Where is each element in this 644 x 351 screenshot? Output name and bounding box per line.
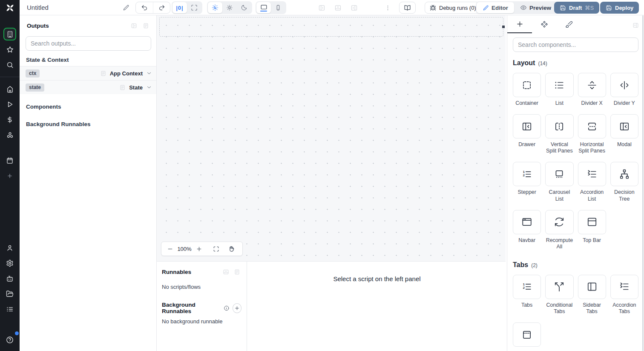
sidebar-item-workers[interactable]: [0, 271, 20, 286]
more-menu-button[interactable]: [382, 2, 394, 14]
tab-component-settings[interactable]: [532, 15, 557, 33]
zoom-reset-button[interactable]: |0|: [172, 2, 187, 13]
component-card-divider-x[interactable]: Divider X: [578, 73, 606, 106]
sidebar-item-help[interactable]: [0, 332, 20, 348]
component-card-decision-tree[interactable]: Decision Tree: [610, 162, 638, 202]
editor-label: Editor: [492, 5, 508, 11]
tab-insert-component[interactable]: [507, 15, 532, 33]
windmill-logo-icon: [6, 4, 13, 11]
sidebar-item-runs[interactable]: [0, 97, 20, 112]
sidebar-item-favorites[interactable]: [0, 42, 20, 57]
divider-x-icon: [588, 81, 595, 89]
toggle-right-panel-button[interactable]: [348, 2, 360, 14]
toggle-left-panel-button[interactable]: [316, 2, 328, 14]
component-card-top-bar[interactable]: Top Bar: [578, 210, 606, 250]
sidebar-item-app-builder[interactable]: [0, 26, 20, 42]
app-canvas[interactable]: 100%: [157, 15, 506, 262]
component-card-drawer[interactable]: Drawer: [513, 114, 541, 154]
list-icon: [556, 82, 563, 88]
component-card-sidebar-tabs[interactable]: Sidebar Tabs: [578, 275, 606, 315]
state-row[interactable]: state State: [20, 80, 156, 94]
theme-auto-button[interactable]: [208, 2, 222, 13]
sidebar-item-variables[interactable]: [0, 112, 20, 127]
sidebar-item-resources[interactable]: [0, 127, 20, 143]
empty-grid-row[interactable]: [159, 17, 503, 37]
component-card-navbar[interactable]: Navbar: [513, 210, 541, 250]
sidebar-item-home[interactable]: [0, 81, 20, 97]
component-card-partial[interactable]: [513, 322, 541, 347]
add-background-runnable-button[interactable]: [233, 303, 242, 313]
ctx-type-label: App Context: [110, 70, 143, 77]
component-card-container[interactable]: Container: [513, 73, 541, 106]
folder-open-icon: [7, 291, 13, 296]
collapse-runnables-button[interactable]: [221, 267, 230, 276]
list-icon: [7, 308, 12, 311]
windmill-logo[interactable]: [0, 0, 20, 15]
sidebar-item-settings[interactable]: [0, 256, 20, 271]
component-card-accordion-list[interactable]: Accordion List: [578, 162, 606, 202]
zoom-out-button[interactable]: [165, 244, 175, 254]
sidebar-item-list[interactable]: [0, 302, 20, 317]
mobile-view-button[interactable]: [271, 2, 285, 13]
component-card-tabs[interactable]: 12 Tabs: [513, 275, 541, 315]
row-resize-handle[interactable]: [502, 26, 505, 28]
collapse-outputs-button[interactable]: [129, 21, 138, 30]
component-card-conditional-tabs[interactable]: Conditional Tabs: [545, 275, 573, 315]
collapse-components-button[interactable]: [631, 21, 640, 29]
fit-canvas-button[interactable]: [211, 244, 221, 254]
dollar-icon: [8, 117, 12, 123]
background-runnables-header: Background Runnables: [20, 113, 156, 130]
sidebar-item-search[interactable]: [0, 57, 20, 72]
component-card-recompute-all[interactable]: Recompute All: [545, 210, 573, 250]
components-search-input[interactable]: [518, 41, 633, 48]
draft-shortcut: ⌘S: [585, 5, 594, 11]
docs-button[interactable]: [399, 2, 416, 14]
desktop-view-button[interactable]: [256, 2, 271, 13]
theme-light-button[interactable]: [222, 2, 237, 13]
invisible-tabs-icon: [523, 331, 530, 338]
toggle-bottom-panel-button[interactable]: [332, 2, 344, 14]
component-card-list[interactable]: List: [545, 73, 573, 106]
chevron-down-icon: [148, 86, 151, 88]
redo-button[interactable]: [153, 2, 170, 14]
sidebar-item-user[interactable]: [0, 240, 20, 256]
preview-tab[interactable]: Preview: [514, 2, 557, 13]
deploy-button[interactable]: Deploy: [600, 2, 639, 14]
undo-button[interactable]: [136, 2, 153, 14]
edit-title-button[interactable]: [120, 2, 132, 14]
editor-tab[interactable]: Editor: [477, 2, 514, 13]
bug-icon: [430, 5, 436, 10]
component-card-stepper[interactable]: 12 Stepper: [513, 162, 541, 202]
app-title[interactable]: Untitled: [27, 0, 49, 15]
sidebar-item-folders[interactable]: [0, 286, 20, 302]
outputs-doc-button[interactable]: [141, 21, 150, 30]
accordion-tabs-icon: [621, 283, 628, 290]
sidebar-item-schedules[interactable]: [0, 153, 20, 168]
component-card-divider-y[interactable]: Divider Y: [610, 73, 638, 106]
layout-components-grid: Container List Divider X Divider Y Drawe…: [507, 67, 644, 250]
pan-tool-button[interactable]: [226, 244, 236, 254]
components-search[interactable]: [513, 37, 638, 52]
components-scrollbar[interactable]: [642, 15, 644, 351]
component-card-modal[interactable]: Modal: [610, 114, 638, 154]
svg-text:2: 2: [523, 173, 525, 177]
component-card-horizontal-split[interactable]: Horizontal Split Panes: [578, 114, 606, 154]
runnables-doc-button[interactable]: [232, 267, 242, 276]
theme-dark-button[interactable]: [237, 2, 251, 13]
draft-button[interactable]: Draft ⌘S: [554, 2, 599, 14]
script-detail-panel: Select a script on the left panel: [247, 262, 507, 351]
preview-label: Preview: [529, 5, 551, 11]
component-card-carousel[interactable]: Carousel List: [545, 162, 573, 202]
sidebar-item-more[interactable]: [0, 168, 20, 184]
component-card-vertical-split[interactable]: Vertical Split Panes: [545, 114, 573, 154]
tab-styling[interactable]: [557, 15, 581, 33]
panel-right-close-icon: [633, 23, 638, 27]
zoom-in-button[interactable]: [194, 244, 204, 254]
outputs-search-input[interactable]: [31, 40, 146, 47]
building-icon: [8, 31, 12, 37]
debug-runs-button[interactable]: Debug runs (0): [425, 2, 481, 14]
ctx-row[interactable]: ctx App Context: [20, 66, 156, 80]
outputs-search[interactable]: [26, 36, 151, 51]
fit-view-button[interactable]: [187, 2, 201, 13]
component-card-accordion-tabs[interactable]: Accordion Tabs: [610, 275, 638, 315]
